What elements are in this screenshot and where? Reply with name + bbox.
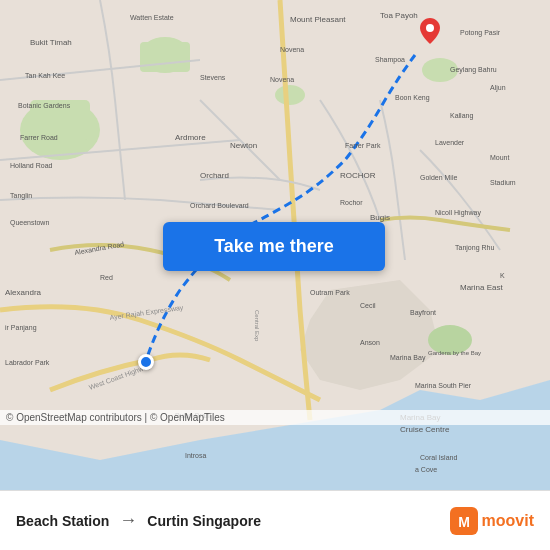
svg-text:Boon Keng: Boon Keng xyxy=(395,94,430,102)
svg-text:Introsa: Introsa xyxy=(185,452,207,459)
svg-text:Outram Park: Outram Park xyxy=(310,289,350,296)
svg-text:Queenstown: Queenstown xyxy=(10,219,49,227)
svg-text:Bayfront: Bayfront xyxy=(410,309,436,317)
svg-text:Lavender: Lavender xyxy=(435,139,465,146)
svg-text:Central Exp: Central Exp xyxy=(254,310,260,342)
svg-text:Tanglin: Tanglin xyxy=(10,192,32,200)
svg-text:Geylang Bahru: Geylang Bahru xyxy=(450,66,497,74)
svg-text:Orchard Boulevard: Orchard Boulevard xyxy=(190,202,249,209)
moovit-text: moovit xyxy=(482,512,534,530)
svg-text:Botanic Gardens: Botanic Gardens xyxy=(18,102,71,109)
svg-text:Toa Payoh: Toa Payoh xyxy=(380,11,418,20)
moovit-logo-icon: M xyxy=(450,507,478,535)
svg-text:Tan Kah Kee: Tan Kah Kee xyxy=(25,72,65,79)
svg-text:Potong Pasir: Potong Pasir xyxy=(460,29,501,37)
map-container: Bukit Timah Watten Estate Mount Pleasant… xyxy=(0,0,550,490)
svg-text:Mount Pleasant: Mount Pleasant xyxy=(290,15,346,24)
svg-text:ROCHOR: ROCHOR xyxy=(340,171,376,180)
svg-text:Coral Island: Coral Island xyxy=(420,454,457,461)
svg-text:Nicoll Highway: Nicoll Highway xyxy=(435,209,481,217)
svg-text:Cruise Centre: Cruise Centre xyxy=(400,425,450,434)
origin-label: Beach Station xyxy=(16,513,109,529)
svg-text:Anson: Anson xyxy=(360,339,380,346)
svg-rect-5 xyxy=(140,42,190,72)
svg-text:Newton: Newton xyxy=(230,141,257,150)
svg-text:Farrer Road: Farrer Road xyxy=(20,134,58,141)
svg-text:Gardens by the Bay: Gardens by the Bay xyxy=(428,350,481,356)
moovit-logo: M moovit xyxy=(450,507,534,535)
svg-text:Bugis: Bugis xyxy=(370,213,390,222)
svg-text:Mount: Mount xyxy=(490,154,510,161)
svg-text:Novena: Novena xyxy=(280,46,304,53)
svg-text:Stevens: Stevens xyxy=(200,74,226,81)
destination-label: Curtin Singapore xyxy=(147,513,261,529)
svg-text:Shampoa: Shampoa xyxy=(375,56,405,64)
svg-text:Stadium: Stadium xyxy=(490,179,516,186)
svg-point-69 xyxy=(426,24,434,32)
svg-text:Aljun: Aljun xyxy=(490,84,506,92)
svg-text:a Cove: a Cove xyxy=(415,466,437,473)
svg-text:Alexandra: Alexandra xyxy=(5,288,42,297)
svg-point-7 xyxy=(275,85,305,105)
svg-text:Marina South Pier: Marina South Pier xyxy=(415,382,472,389)
svg-text:Holland Road: Holland Road xyxy=(10,162,53,169)
bottom-bar: Beach Station → Curtin Singapore M moovi… xyxy=(0,490,550,550)
svg-text:Labrador Park: Labrador Park xyxy=(5,359,50,366)
svg-text:Marina East: Marina East xyxy=(460,283,503,292)
svg-text:Ardmore: Ardmore xyxy=(175,133,206,142)
map-attribution: © OpenStreetMap contributors | © OpenMap… xyxy=(0,410,550,425)
svg-text:Cecil: Cecil xyxy=(360,302,376,309)
svg-text:M: M xyxy=(458,514,470,530)
svg-text:Marina Bay: Marina Bay xyxy=(390,354,426,362)
svg-text:Red: Red xyxy=(100,274,113,281)
origin-pin xyxy=(138,354,154,370)
svg-text:Rochor: Rochor xyxy=(340,199,363,206)
svg-text:Bukit Timah: Bukit Timah xyxy=(30,38,72,47)
svg-text:Orchard: Orchard xyxy=(200,171,229,180)
svg-text:Farrer Park: Farrer Park xyxy=(345,142,381,149)
destination-pin xyxy=(420,18,440,44)
svg-text:ir Panjang: ir Panjang xyxy=(5,324,37,332)
arrow-icon: → xyxy=(119,510,137,531)
svg-text:K: K xyxy=(500,272,505,279)
svg-text:Golden Mile: Golden Mile xyxy=(420,174,457,181)
svg-text:Tanjong Rhu: Tanjong Rhu xyxy=(455,244,494,252)
take-me-there-button[interactable]: Take me there xyxy=(163,222,385,271)
svg-text:Watten Estate: Watten Estate xyxy=(130,14,174,21)
svg-text:Kallang: Kallang xyxy=(450,112,473,120)
svg-text:Novena: Novena xyxy=(270,76,294,83)
